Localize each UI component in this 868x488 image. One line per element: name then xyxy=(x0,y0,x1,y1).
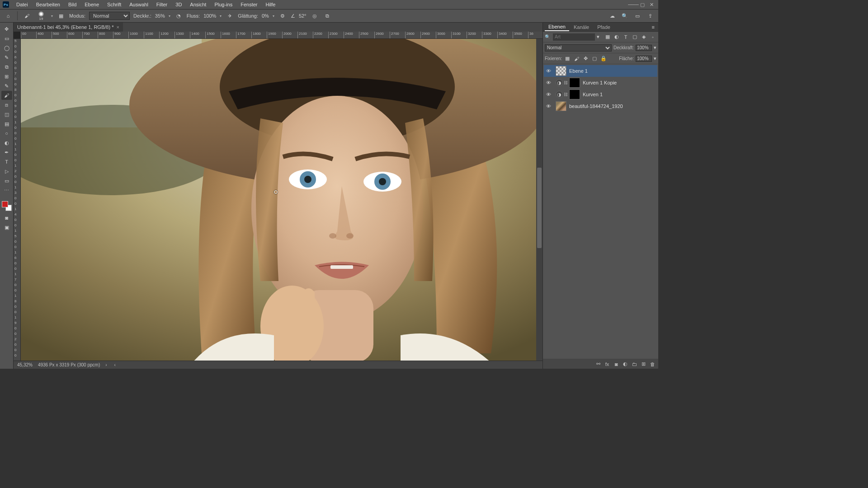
layer-fill-input[interactable] xyxy=(636,56,652,62)
opacity-value[interactable]: 35% xyxy=(155,13,165,19)
menu-ansicht[interactable]: Ansicht xyxy=(186,1,210,8)
lock-pixels-icon[interactable]: 🖌 xyxy=(573,55,580,62)
layer-fill-dropdown-icon[interactable]: ▾ xyxy=(654,56,656,61)
tab-kanaele[interactable]: Kanäle xyxy=(570,23,593,31)
menu-bearbeiten[interactable]: Bearbeiten xyxy=(33,1,64,8)
adjustment-icon[interactable]: ◑ xyxy=(556,91,563,98)
filter-toggle-icon[interactable]: ◦ xyxy=(649,33,656,41)
menu-plugins[interactable]: Plug-ins xyxy=(211,1,236,8)
brush-tool[interactable]: 🖌 xyxy=(1,91,12,100)
document-info[interactable]: 4936 Px x 3319 Px (300 ppcm) xyxy=(38,362,100,367)
tab-ebenen[interactable]: Ebenen xyxy=(545,23,569,31)
filter-shape-icon[interactable]: ▢ xyxy=(631,33,638,41)
text-tool[interactable]: T xyxy=(1,157,12,166)
adjustment-icon[interactable]: ◑ xyxy=(556,79,563,86)
brush-panel-icon[interactable]: ▦ xyxy=(57,11,66,20)
brush-tool-icon[interactable]: 🖌 xyxy=(22,11,31,20)
adjustment-layer-icon[interactable]: ◐ xyxy=(621,361,629,368)
quick-mask-tool[interactable]: ◙ xyxy=(1,213,12,222)
zoom-level[interactable]: 45,32% xyxy=(17,362,33,367)
move-tool[interactable]: ✥ xyxy=(1,24,12,33)
filter-pixel-icon[interactable]: ▦ xyxy=(604,33,611,41)
path-select-tool[interactable]: ▷ xyxy=(1,167,12,176)
clone-stamp-tool[interactable]: ⧈ xyxy=(1,100,12,109)
vertical-scrollbar[interactable] xyxy=(536,39,542,361)
layer-row[interactable]: 👁 Ebene 1 xyxy=(544,65,657,77)
lock-transparency-icon[interactable]: ▦ xyxy=(564,55,571,62)
menu-schrift[interactable]: Schrift xyxy=(104,1,125,8)
menu-3d[interactable]: 3D xyxy=(172,1,185,8)
layer-thumbnail[interactable] xyxy=(556,66,566,76)
frame-tool[interactable]: ⊞ xyxy=(1,72,12,81)
visibility-icon[interactable]: 👁 xyxy=(545,67,552,75)
status-arrow-icon[interactable]: › xyxy=(105,362,107,367)
workspace-icon[interactable]: ▭ xyxy=(633,11,642,20)
lock-artboard-icon[interactable]: ▢ xyxy=(591,55,598,62)
status-nav-left-icon[interactable]: ‹ xyxy=(114,362,116,367)
opacity-dropdown-icon[interactable]: ▾ xyxy=(169,14,170,18)
visibility-icon[interactable]: 👁 xyxy=(545,91,552,98)
blend-mode-select[interactable]: Normal xyxy=(89,12,130,20)
window-maximize-button[interactable]: ▢ xyxy=(638,1,646,8)
filter-smart-icon[interactable]: ◈ xyxy=(640,33,647,41)
pressure-size-icon[interactable]: ◎ xyxy=(310,11,319,20)
visibility-icon[interactable]: 👁 xyxy=(545,103,552,110)
delete-layer-icon[interactable]: 🗑 xyxy=(648,361,656,368)
menu-filter[interactable]: Filter xyxy=(153,1,171,8)
filter-adjust-icon[interactable]: ◐ xyxy=(613,33,620,41)
home-icon[interactable]: ⌂ xyxy=(4,11,13,20)
flow-dropdown-icon[interactable]: ▾ xyxy=(220,14,222,18)
more-tools[interactable]: ⋯ xyxy=(1,186,12,195)
smoothing-gear-icon[interactable]: ⚙ xyxy=(278,11,287,20)
panel-menu-icon[interactable]: ≡ xyxy=(650,24,656,30)
vertical-ruler[interactable]: 5006007008009001000110012001300140015001… xyxy=(14,39,21,361)
menu-fenster[interactable]: Fenster xyxy=(237,1,261,8)
smoothing-dropdown-icon[interactable]: ▾ xyxy=(273,14,274,18)
close-tab-icon[interactable]: × xyxy=(116,24,119,30)
layer-row[interactable]: 👁 ◑ ⛓ Kurven 1 xyxy=(544,89,657,100)
mask-thumbnail[interactable] xyxy=(569,78,580,88)
layer-search-input[interactable] xyxy=(553,33,595,41)
window-close-button[interactable]: ✕ xyxy=(647,1,656,8)
lock-all-icon[interactable]: 🔒 xyxy=(600,55,607,62)
visibility-icon[interactable]: 👁 xyxy=(545,79,552,86)
gradient-tool[interactable]: ▤ xyxy=(1,119,12,128)
menu-hilfe[interactable]: Hilfe xyxy=(262,1,279,8)
pressure-opacity-icon[interactable]: ◔ xyxy=(174,11,183,20)
layer-name[interactable]: Kurven 1 Kopie xyxy=(583,80,617,85)
cloud-docs-icon[interactable]: ☁ xyxy=(608,11,617,20)
mask-link-icon[interactable]: ⛓ xyxy=(564,92,568,97)
scrollbar-thumb[interactable] xyxy=(537,168,542,248)
lock-position-icon[interactable]: ✥ xyxy=(582,55,589,62)
tab-pfade[interactable]: Pfade xyxy=(594,23,614,31)
menu-bild[interactable]: Bild xyxy=(65,1,80,8)
crop-tool[interactable]: ⧉ xyxy=(1,62,12,71)
dodge-tool[interactable]: ◐ xyxy=(1,138,12,147)
flow-value[interactable]: 100% xyxy=(203,13,216,19)
layer-name[interactable]: Kurven 1 xyxy=(583,92,603,97)
shape-tool[interactable]: ▭ xyxy=(1,176,12,185)
eraser-tool[interactable]: ◫ xyxy=(1,110,12,119)
new-layer-icon[interactable]: ⊞ xyxy=(639,361,647,368)
layer-style-icon[interactable]: fx xyxy=(603,361,611,368)
search-icon[interactable]: 🔍 xyxy=(620,11,629,20)
menu-auswahl[interactable]: Auswahl xyxy=(126,1,152,8)
brush-dropdown-icon[interactable]: ▾ xyxy=(51,14,53,18)
eyedropper-tool[interactable]: ✎ xyxy=(1,81,12,90)
layer-group-icon[interactable]: 🗀 xyxy=(630,361,638,368)
quick-select-tool[interactable]: ✎ xyxy=(1,53,12,62)
filter-dropdown-icon[interactable]: ▾ xyxy=(597,34,599,40)
document-tab[interactable]: Unbenannt-1 bei 45,3% (Ebene 1, RGB/8) *… xyxy=(14,23,123,32)
canvas[interactable] xyxy=(21,39,542,361)
screen-mode-tool[interactable]: ▣ xyxy=(1,223,12,232)
marquee-tool[interactable]: ▭ xyxy=(1,34,12,43)
window-minimize-button[interactable]: ─── xyxy=(629,1,637,8)
layer-mask-icon[interactable]: ◙ xyxy=(612,361,620,368)
layer-row[interactable]: 👁 ◑ ⛓ Kurven 1 Kopie xyxy=(544,77,657,89)
lasso-tool[interactable]: ◯ xyxy=(1,43,12,52)
menu-ebene[interactable]: Ebene xyxy=(81,1,103,8)
angle-value[interactable]: 52° xyxy=(299,13,307,19)
airbrush-icon[interactable]: ✈ xyxy=(225,11,234,20)
filter-text-icon[interactable]: T xyxy=(622,33,629,41)
mask-thumbnail[interactable] xyxy=(569,89,580,99)
